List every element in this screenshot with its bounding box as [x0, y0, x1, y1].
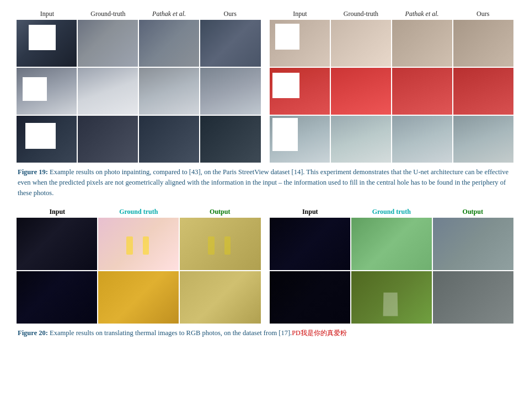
fig20-caption: Figure 20: Example results on translatin… — [17, 328, 513, 338]
fig19-left-header-2: Ground-truth — [78, 10, 139, 18]
fig19-left-r3c2 — [78, 116, 138, 163]
fig19-left-r1c4 — [200, 20, 260, 67]
fig20-left-r1c2 — [98, 218, 179, 270]
fig19-left-r2c2 — [78, 68, 138, 115]
fig19-right-r3c3 — [392, 116, 452, 163]
fig20-left-r1c1 — [17, 218, 97, 270]
fig20-right-headers: Input Ground truth Output — [270, 208, 514, 216]
fig19-right-header-3: Pathak et al. — [392, 10, 453, 18]
fig20-left-r2c1 — [17, 271, 97, 324]
fig20-right-r2c3 — [433, 271, 513, 324]
fig20-right-grid — [270, 218, 514, 324]
fig19-left-r3c3 — [139, 116, 199, 163]
fig19-right-r3c2 — [331, 116, 391, 163]
fig20-right-r2c2 — [351, 271, 432, 324]
fig19-left-r2c3 — [139, 68, 199, 115]
figure19-container: Input Ground-truth Pathak et al. Ours — [17, 10, 513, 163]
fig20-watermark: PD我是你的真爱粉 — [292, 329, 346, 337]
fig19-right-r1c3 — [392, 20, 452, 67]
fig19-right-header-4: Ours — [452, 10, 513, 18]
fig19-right-r2c4 — [453, 68, 513, 115]
fig19-right-r3c4 — [453, 116, 513, 163]
fig19-right-header-2: Ground-truth — [330, 10, 392, 18]
fig19-right-r1c1 — [270, 20, 330, 67]
fig20-right-r1c3 — [433, 218, 513, 270]
fig20-caption-text: Example results on translating thermal i… — [48, 329, 292, 337]
fig19-right-r1c4 — [453, 20, 513, 67]
fig20-right-header-2: Ground truth — [351, 208, 432, 216]
figure20-container: Input Ground truth Output — [17, 208, 513, 324]
fig20-left-header-3: Output — [179, 208, 261, 216]
fig20-right-header-3: Output — [432, 208, 514, 216]
fig19-right-headers: Input Ground-truth Pathak et al. Ours — [270, 10, 514, 18]
fig19-left-r2c1 — [17, 68, 77, 115]
fig19-right-r2c2 — [331, 68, 391, 115]
fig19-divider — [264, 10, 266, 163]
fig20-right-r1c2 — [351, 218, 432, 270]
fig19-left-r2c4 — [200, 68, 260, 115]
fig20-right-r2c1 — [270, 271, 350, 324]
fig20-left-r2c2 — [98, 271, 179, 324]
fig19-right: Input Ground-truth Pathak et al. Ours — [270, 10, 514, 163]
fig20-caption-label: Figure 20: — [18, 329, 48, 337]
fig19-left-header-4: Ours — [200, 10, 261, 18]
fig19-right-r2c1 — [270, 68, 330, 115]
fig20-left: Input Ground truth Output — [17, 208, 261, 324]
fig20-right: Input Ground truth Output — [270, 208, 514, 324]
fig19-left-grid — [17, 20, 261, 163]
fig19-right-r3c1 — [270, 116, 330, 163]
fig19-left-r3c1 — [17, 116, 77, 163]
fig19-left-header-3: Pathak et al. — [138, 10, 200, 18]
fig20-left-header-1: Input — [17, 208, 98, 216]
fig19-left-header-1: Input — [17, 10, 78, 18]
fig19-caption-text: Example results on photo inpainting, com… — [18, 168, 508, 197]
fig19-right-r1c2 — [331, 20, 391, 67]
fig20-left-headers: Input Ground truth Output — [17, 208, 261, 216]
fig19-left-r1c1 — [17, 20, 77, 67]
fig19-left-headers: Input Ground-truth Pathak et al. Ours — [17, 10, 261, 18]
fig19-right-header-1: Input — [270, 10, 331, 18]
page: Input Ground-truth Pathak et al. Ours — [0, 0, 530, 349]
fig20-left-r1c3 — [180, 218, 260, 270]
fig19-left-r3c4 — [200, 116, 260, 163]
fig19-right-r2c3 — [392, 68, 452, 115]
fig19-left-r1c2 — [78, 20, 138, 67]
fig19-right-grid — [270, 20, 514, 163]
fig19-left-r1c3 — [139, 20, 199, 67]
fig20-right-header-1: Input — [270, 208, 351, 216]
fig20-left-header-2: Ground truth — [98, 208, 180, 216]
fig19-caption: Figure 19: Example results on photo inpa… — [17, 167, 513, 198]
fig19-left: Input Ground-truth Pathak et al. Ours — [17, 10, 261, 163]
fig20-left-r2c3 — [180, 271, 260, 324]
fig20-left-grid — [17, 218, 261, 324]
fig20-divider — [264, 208, 266, 324]
fig20-right-r1c1 — [270, 218, 350, 270]
fig19-caption-label: Figure 19: — [18, 168, 48, 176]
